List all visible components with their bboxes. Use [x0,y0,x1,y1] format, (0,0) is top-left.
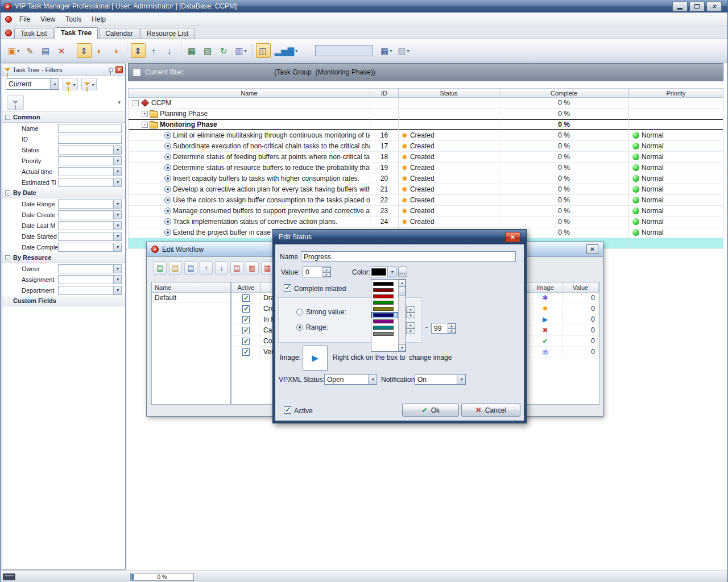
color-option[interactable] [371,325,398,331]
filter-field-input[interactable] [58,286,122,295]
active-checkbox[interactable] [242,348,250,356]
ok-button[interactable]: ✔ Ok [402,404,459,417]
add-status-button[interactable]: ▤ [154,261,167,275]
design-mode-button[interactable]: ▨▾ [395,43,411,58]
view-tab[interactable]: Resource List [140,28,195,39]
chevron-down-icon[interactable] [113,200,121,208]
column-header[interactable]: Priority [629,88,723,98]
tree-expander-icon[interactable]: - [133,100,139,106]
outdent-task-button[interactable]: ▧ [201,43,216,58]
new-task-button[interactable]: ▣▾ [6,43,22,58]
collapse-all-button[interactable]: ◐ [93,43,107,58]
table-row[interactable]: Limit or eliminate multitasking through … [128,130,723,141]
save-filter-button[interactable] [63,78,78,90]
edit-task-button[interactable]: ✎ [23,43,38,58]
filter-section-header[interactable]: Custom Fields [2,296,125,306]
image-column-header[interactable]: Image [528,282,562,293]
strong-value-radio[interactable] [296,309,303,315]
color-option[interactable] [371,312,398,318]
close-button[interactable] [706,2,722,11]
table-row[interactable]: Determine status of feeding buffers at p… [128,152,723,163]
column-header[interactable]: ID [370,88,399,98]
table-row[interactable]: - CCPM ✹ 0 % [128,98,723,109]
menu-item[interactable]: File [14,13,35,26]
color-option[interactable] [371,318,398,325]
duplicate-status-button[interactable]: ▤ [184,261,197,275]
view-tab[interactable]: Task Tree [55,27,98,39]
spinner-icons[interactable] [322,267,330,277]
table-row[interactable]: Develop a corrective action plan for eve… [128,184,723,195]
filter-section-header[interactable]: - By Date [2,188,125,198]
workflow-name-header[interactable]: Name [152,282,230,293]
filter-field-input[interactable] [58,210,122,219]
table-row[interactable]: Determine status of resource buffers to … [128,163,723,173]
delete-task-button[interactable]: ✕ [55,43,69,58]
split-view-button[interactable]: ◫ [256,43,271,58]
scroll-up-icon[interactable]: ▲ [399,280,406,286]
value-stepper[interactable]: 0 [303,267,331,277]
filter-field-input[interactable] [58,156,122,165]
expand-collapse-button[interactable]: ⇕ [77,43,92,58]
active-checkbox[interactable] [242,305,250,313]
delete-status-button[interactable]: ▤ [230,261,243,275]
filter-panel-close-button[interactable]: ✕ [115,66,123,73]
vpxml-status-select[interactable]: Open [324,374,377,385]
expand-all-button[interactable]: ◑ [109,43,123,58]
menu-item[interactable]: Tools [60,13,86,26]
active-checkbox[interactable] [242,327,250,334]
view-tab[interactable]: Calendar [99,28,139,39]
table-row[interactable]: Track implementation status of correctiv… [128,217,723,227]
table-row[interactable]: Insert capacity buffers to tasks with hi… [128,173,723,184]
filter-field-input[interactable] [58,178,122,187]
refresh-button[interactable]: ↻ [217,43,231,58]
filter-field-input[interactable] [58,264,122,273]
chevron-down-icon[interactable] [113,146,121,154]
move-up-button[interactable]: ↑ [147,43,162,58]
color-option[interactable] [371,287,398,293]
active-checkbox[interactable] [284,406,291,414]
table-row[interactable]: Use the colors to assign buffer consumpt… [128,195,723,206]
current-filter-select[interactable]: Current [6,78,59,90]
column-header[interactable]: Complete [499,88,629,98]
scrollbar-thumb[interactable] [399,286,406,296]
duplicate-task-button[interactable]: ▤ [39,43,53,58]
menu-item[interactable]: View [35,13,60,26]
color-list-scrollbar[interactable]: ▲ ▼ [398,280,406,351]
move-down-button[interactable]: ↓ [163,43,177,58]
active-checkbox[interactable] [242,338,250,345]
table-row[interactable]: Subordinate execution of non-critical ch… [128,141,723,152]
color-option[interactable] [371,293,398,300]
chevron-down-icon[interactable] [113,211,121,219]
status-close-button[interactable]: ✕ [505,232,520,242]
scroll-down-icon[interactable]: ▼ [399,344,406,351]
maximize-button[interactable] [689,2,705,11]
move-status-up-button[interactable]: ↑ [200,261,213,275]
search-combobox[interactable] [315,45,373,56]
chevron-down-icon[interactable] [113,286,121,294]
grid-settings-button[interactable]: ▦▾ [378,43,394,58]
notification-select[interactable]: On [415,374,466,385]
collapse-icon[interactable]: - [5,115,10,120]
chevron-down-icon[interactable] [113,222,121,230]
range-end-stepper[interactable]: 99 [431,323,456,334]
chevron-down-icon[interactable] [50,79,59,89]
range-radio[interactable] [296,324,303,331]
apply-filter-button[interactable] [7,95,24,110]
chevron-down-icon[interactable] [113,178,121,186]
name-field[interactable]: Progress [301,251,516,262]
filter-field-input[interactable] [58,221,122,230]
strong-value-spinner[interactable] [406,306,415,318]
move-mode-button[interactable]: ⇕ [131,43,146,58]
insert-status-button[interactable]: ▤ [169,261,182,275]
filter-section-header[interactable]: - Common [2,112,125,123]
chart-button[interactable]: ▂▅▇▾ [272,43,300,58]
active-checkbox[interactable] [242,294,250,302]
filter-field-input[interactable] [58,146,122,155]
color-option[interactable] [371,300,398,306]
color-option[interactable] [371,306,398,312]
titlebar[interactable]: VIP Task Manager Professional [ User: Ad… [1,0,727,13]
chevron-down-icon[interactable] [368,375,377,384]
color-select[interactable] [370,267,396,277]
filter-options-button[interactable] [81,78,97,90]
table-row[interactable]: + Planning Phase ✹ 0 % [128,109,723,119]
